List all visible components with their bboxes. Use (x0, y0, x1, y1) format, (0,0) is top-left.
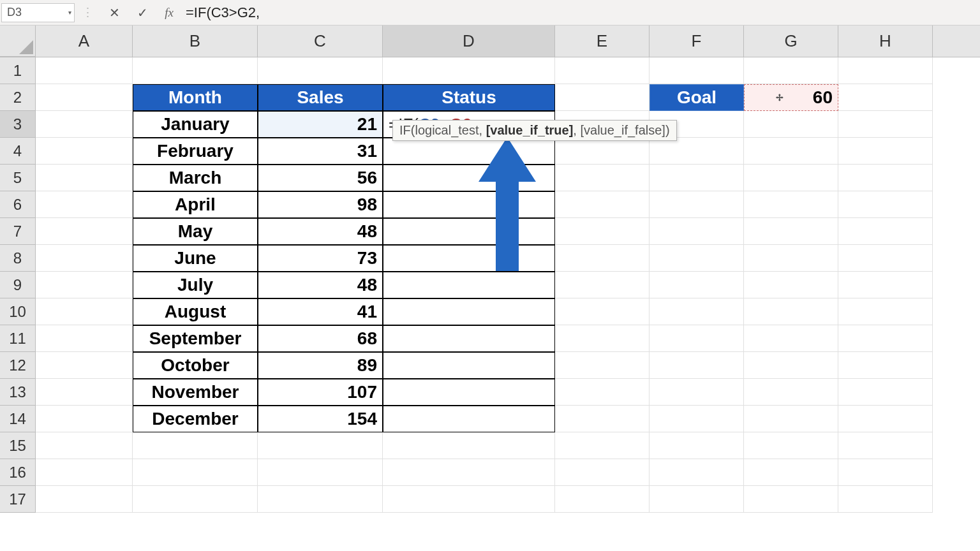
cell-C10[interactable]: 41 (258, 298, 383, 325)
cell-E5[interactable] (555, 165, 650, 191)
fx-icon[interactable]: fx (156, 6, 182, 20)
col-header-D[interactable]: D (383, 26, 555, 57)
cell-B16[interactable] (133, 459, 258, 486)
row-header-9[interactable]: 9 (0, 272, 36, 298)
header-month[interactable]: Month (133, 84, 258, 111)
cell-A4[interactable] (36, 138, 133, 165)
cell-G16[interactable] (744, 459, 838, 486)
cell-H16[interactable] (838, 459, 933, 486)
row-header-7[interactable]: 7 (0, 218, 36, 245)
cell-H13[interactable] (838, 379, 933, 406)
row-header-3[interactable]: 3 (0, 111, 36, 138)
header-status[interactable]: Status (383, 84, 555, 111)
cell-B17[interactable] (133, 486, 258, 513)
name-box[interactable]: D3 ▾ (1, 3, 75, 22)
row-header-10[interactable]: 10 (0, 298, 36, 325)
cell-H11[interactable] (838, 325, 933, 352)
cell-E9[interactable] (555, 272, 650, 298)
cell-B4[interactable]: February (133, 138, 258, 165)
cell-H8[interactable] (838, 245, 933, 272)
cell-G10[interactable] (744, 298, 838, 325)
cell-E14[interactable] (555, 406, 650, 432)
cell-H4[interactable] (838, 138, 933, 165)
cell-F14[interactable] (650, 406, 744, 432)
cell-A15[interactable] (36, 432, 133, 459)
cell-D16[interactable] (383, 459, 555, 486)
cell-C12[interactable]: 89 (258, 352, 383, 379)
cell-B14[interactable]: December (133, 406, 258, 432)
cell-H1[interactable] (838, 57, 933, 84)
cell-F9[interactable] (650, 272, 744, 298)
cell-B1[interactable] (133, 57, 258, 84)
cell-B12[interactable]: October (133, 352, 258, 379)
cell-G17[interactable] (744, 486, 838, 513)
row-header-14[interactable]: 14 (0, 406, 36, 432)
cell-F11[interactable] (650, 325, 744, 352)
cell-H14[interactable] (838, 406, 933, 432)
cancel-button[interactable]: ✕ (100, 5, 128, 20)
goal-label[interactable]: Goal (650, 84, 744, 111)
cell-F16[interactable] (650, 459, 744, 486)
cell-E4[interactable] (555, 138, 650, 165)
cell-A8[interactable] (36, 245, 133, 272)
cell-C3[interactable]: 21 (258, 111, 383, 138)
cell-H6[interactable] (838, 191, 933, 218)
cell-B11[interactable]: September (133, 325, 258, 352)
goal-value-cell[interactable]: ✢ 60 (744, 84, 838, 111)
cell-H10[interactable] (838, 298, 933, 325)
cell-G12[interactable] (744, 352, 838, 379)
row-header-13[interactable]: 13 (0, 379, 36, 406)
cell-H3[interactable] (838, 111, 933, 138)
row-header-15[interactable]: 15 (0, 432, 36, 459)
cell-B5[interactable]: March (133, 165, 258, 191)
cell-A3[interactable] (36, 111, 133, 138)
cell-E2[interactable] (555, 84, 650, 111)
cell-B8[interactable]: June (133, 245, 258, 272)
row-header-5[interactable]: 5 (0, 165, 36, 191)
cell-G4[interactable] (744, 138, 838, 165)
cell-A10[interactable] (36, 298, 133, 325)
name-box-dropdown-icon[interactable]: ▾ (68, 9, 71, 16)
cell-F12[interactable] (650, 352, 744, 379)
row-header-4[interactable]: 4 (0, 138, 36, 165)
cell-D13[interactable] (383, 379, 555, 406)
cell-D15[interactable] (383, 432, 555, 459)
cell-G13[interactable] (744, 379, 838, 406)
cell-E16[interactable] (555, 459, 650, 486)
cell-A11[interactable] (36, 325, 133, 352)
cell-B7[interactable]: May (133, 218, 258, 245)
cell-E10[interactable] (555, 298, 650, 325)
cell-C6[interactable]: 98 (258, 191, 383, 218)
cell-C9[interactable]: 48 (258, 272, 383, 298)
cell-C4[interactable]: 31 (258, 138, 383, 165)
cell-F13[interactable] (650, 379, 744, 406)
row-header-11[interactable]: 11 (0, 325, 36, 352)
col-header-E[interactable]: E (555, 26, 650, 57)
cell-C14[interactable]: 154 (258, 406, 383, 432)
cell-F15[interactable] (650, 432, 744, 459)
cell-A14[interactable] (36, 406, 133, 432)
cell-E7[interactable] (555, 218, 650, 245)
cell-F17[interactable] (650, 486, 744, 513)
cell-E1[interactable] (555, 57, 650, 84)
cell-G1[interactable] (744, 57, 838, 84)
cell-B6[interactable]: April (133, 191, 258, 218)
cell-F1[interactable] (650, 57, 744, 84)
cell-E17[interactable] (555, 486, 650, 513)
cell-H12[interactable] (838, 352, 933, 379)
cell-F4[interactable] (650, 138, 744, 165)
col-header-B[interactable]: B (133, 26, 258, 57)
formula-input[interactable]: =IF(C3>G2, (182, 3, 980, 22)
cell-H7[interactable] (838, 218, 933, 245)
cell-E13[interactable] (555, 379, 650, 406)
cell-E12[interactable] (555, 352, 650, 379)
cell-D17[interactable] (383, 486, 555, 513)
cell-C17[interactable] (258, 486, 383, 513)
cell-C7[interactable]: 48 (258, 218, 383, 245)
cell-A5[interactable] (36, 165, 133, 191)
cell-C15[interactable] (258, 432, 383, 459)
cell-D10[interactable] (383, 298, 555, 325)
cell-F6[interactable] (650, 191, 744, 218)
cell-G9[interactable] (744, 272, 838, 298)
cell-G5[interactable] (744, 165, 838, 191)
